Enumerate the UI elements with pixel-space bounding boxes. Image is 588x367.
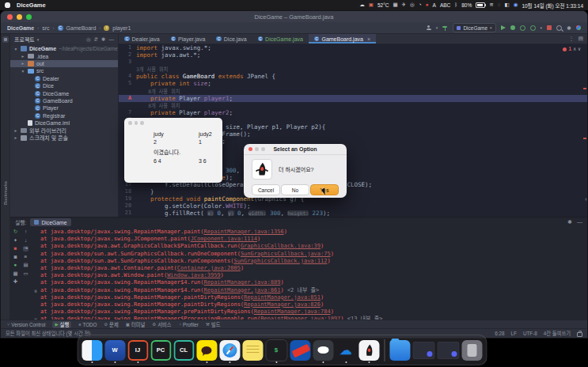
siri-icon[interactable]: ◉ [514, 2, 518, 8]
minimize-window-button[interactable] [135, 121, 138, 125]
select-option-dialog[interactable]: Select an Option 더 하시겠어요? Cancel No Yes [244, 144, 347, 198]
project-tool-button[interactable] [2, 36, 9, 43]
dock-item-stickies[interactable] [242, 340, 263, 361]
thread-dump-icon[interactable]: ◙ [14, 255, 17, 260]
line-number[interactable]: 7 [119, 109, 136, 116]
dock-item-red-blue-app[interactable] [290, 340, 310, 361]
editor-tab-dealer[interactable]: CDealer.java [119, 34, 165, 44]
dock-item-terminal[interactable]: $ [265, 339, 287, 361]
tree-item-dicegame[interactable]: ▾DiceGame ~/IdeaProjects/DiceGame [10, 45, 118, 52]
tree-item-out[interactable]: ▸out [10, 60, 118, 67]
toolwindow-button-문제[interactable]: ⊘문제 [104, 321, 119, 328]
toolwindow-button-실행[interactable]: ▶실행 [52, 321, 71, 328]
tree-item-dicegame[interactable]: CDiceGame [10, 89, 118, 96]
close-tab-icon[interactable]: × [367, 36, 370, 42]
line-number[interactable]: 5 [119, 80, 136, 87]
next-problem-icon[interactable]: ∨ [578, 46, 581, 52]
error-stripe-mark[interactable] [583, 138, 586, 139]
dock-item-finder[interactable] [82, 340, 102, 361]
line-number[interactable]: 18 [119, 188, 136, 195]
dicegame-app-window[interactable]: judy judy2 2 1 이겼습니다. 6 4 3 6 [124, 118, 222, 183]
settings-gear-icon[interactable]: ✱ [101, 36, 105, 43]
dock-item-discord[interactable] [313, 340, 333, 361]
bookmark-icon[interactable]: A [119, 95, 136, 102]
console-output[interactable]: at java.desktop/javax.swing.RepaintManag… [31, 227, 587, 324]
control-center-icon[interactable]: ◧ [505, 2, 510, 8]
rerun-icon[interactable]: ↻ [13, 229, 17, 235]
notifications-icon[interactable] [576, 25, 581, 30]
tree-item-gameboard[interactable]: CGameBoard [10, 97, 118, 104]
editor-tab-dicegame[interactable]: CDiceGame.java [252, 34, 309, 44]
profiler-button[interactable] [530, 25, 536, 31]
usages-hint[interactable]: 3개 사용 위치 [136, 66, 168, 73]
source-link[interactable]: GraphicsCallback.java:39 [241, 243, 321, 249]
run-configuration-select[interactable]: DiceGame ▾ [453, 23, 495, 32]
dock-item-clion[interactable]: CL [173, 340, 194, 361]
stop-button[interactable] [547, 25, 552, 30]
search-icon[interactable]: ◌ [498, 2, 501, 8]
error-stripe-mark[interactable] [583, 88, 586, 89]
folded-lines-note[interactable]: <2 내부 줄> [284, 287, 320, 293]
up-stack-icon[interactable]: ↑ [25, 229, 27, 235]
input-source[interactable]: A [433, 2, 436, 8]
build-hammer-icon[interactable] [442, 25, 448, 31]
dock-item-window-preview-2[interactable] [437, 342, 459, 359]
line-separator[interactable]: LF [511, 331, 517, 336]
dock-item-pycharm[interactable]: PC [150, 340, 171, 361]
toolwindow-button-version-control[interactable]: ⑂Version Control [7, 322, 45, 327]
run-button[interactable] [501, 25, 506, 30]
run-tab-dicegame[interactable]: DiceGame [30, 218, 70, 226]
grid-icon[interactable]: ▦ [393, 2, 397, 8]
down-stack-icon[interactable]: ↓ [25, 238, 27, 244]
tree-item-player[interactable]: CPlayer [10, 104, 118, 112]
source-link[interactable]: Container.java:2005 [177, 265, 241, 271]
line-number[interactable]: 21 [119, 210, 136, 217]
wifi-icon[interactable]: ≋ [489, 2, 493, 8]
battery-level[interactable]: 80% [461, 2, 472, 8]
toolwindow-button-서비스[interactable]: ⚙서비스 [152, 321, 171, 328]
editor-tab-gameboard[interactable]: CGameBoard.java× [309, 34, 376, 44]
source-link[interactable]: RepaintManager.java:784 [254, 308, 331, 315]
usages-hint[interactable]: 8개 사용 위치 [136, 102, 180, 109]
line-number[interactable]: 3 [119, 59, 136, 66]
more-tabs-icon[interactable]: ⋮ [568, 36, 574, 42]
breadcrumb-src[interactable]: src [42, 25, 49, 31]
hide-editor-icon[interactable]: ▤ [578, 36, 583, 42]
prev-problem-icon[interactable]: ∧ [573, 46, 576, 52]
window-titlebar[interactable]: DiceGame – GameBoard.java [1, 11, 587, 22]
record-icon[interactable]: ◎ [410, 2, 415, 8]
temperature[interactable]: 52°C [377, 2, 389, 8]
dock-item-intellij-idea[interactable]: IJ [127, 340, 148, 361]
dock-item-downloads-folder[interactable] [389, 340, 410, 361]
breadcrumb-project[interactable]: DiceGame [7, 25, 34, 31]
indent-style[interactable]: 4칸 들여쓰기 [544, 330, 571, 337]
lock-icon[interactable] [577, 332, 582, 337]
locate-file-icon[interactable]: ◎ [86, 36, 91, 43]
clock-icon[interactable]: ◔ [419, 2, 422, 8]
source-link[interactable]: RepaintManager.java:861 [204, 287, 281, 293]
fold-icon[interactable]: ≡ [31, 287, 40, 294]
source-link[interactable]: RepaintManager.java:1356 [204, 229, 284, 235]
run-settings-icon[interactable]: ✦ [13, 238, 17, 244]
cancel-button[interactable]: Cancel [252, 184, 280, 195]
tree-item-dice[interactable]: CDice [10, 82, 118, 89]
dock-item-window-preview-1[interactable] [412, 342, 434, 359]
dock-item-word[interactable]: W [104, 340, 125, 361]
line-number[interactable]: 2 [119, 51, 136, 59]
tree-item-외부-라이브러리[interactable]: ▸외부 라이브러리 [10, 127, 118, 134]
settings-gear-icon[interactable]: ✱ [567, 219, 572, 225]
project-panel-title[interactable]: 프로젝트 [14, 36, 35, 44]
debug-button[interactable] [510, 25, 515, 30]
toolwindow-button-터미널[interactable]: ▣터미널 [126, 321, 146, 328]
dock-item-java-app[interactable] [358, 340, 379, 361]
toolwindow-button-빌드[interactable]: ⚒빌드 [206, 321, 221, 328]
stop-icon[interactable]: ■ [14, 246, 17, 252]
source-link[interactable]: SunGraphicsCallback.java:75 [241, 251, 331, 257]
restore-layout-icon[interactable]: ▦ [13, 271, 17, 277]
source-link[interactable]: RepaintManager.java:851 [244, 294, 321, 301]
tree-item-src[interactable]: ▾src [10, 67, 118, 74]
dock-item-kakaotalk[interactable] [196, 340, 217, 361]
usages-hint[interactable]: 8개 사용 위치 [136, 88, 180, 95]
clear-icon[interactable]: ▭ [23, 271, 28, 277]
no-button[interactable]: No [281, 184, 309, 195]
